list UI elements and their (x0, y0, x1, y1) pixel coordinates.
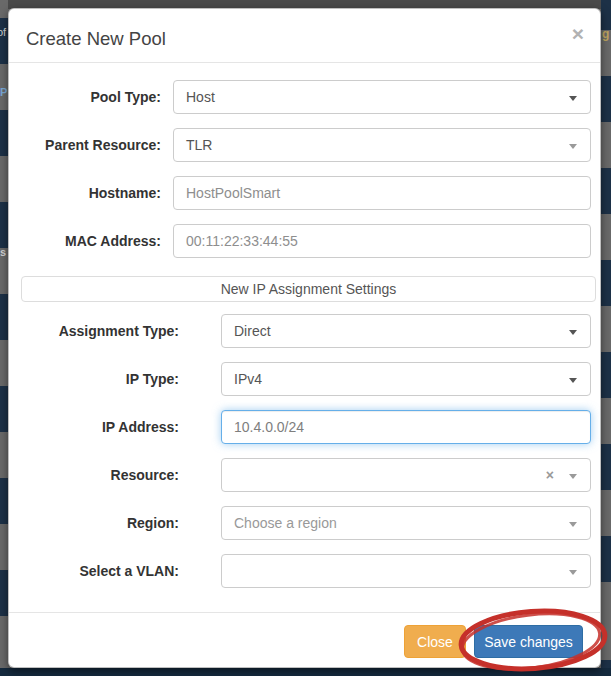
save-changes-button[interactable]: Save changes (474, 625, 583, 658)
ip-type-label: IP Type: (21, 362, 179, 396)
resource-select[interactable]: × (221, 458, 591, 492)
field-row-ip-type: IP Type: IPv4 (9, 362, 600, 396)
backdrop-right-edge: g (601, 0, 611, 676)
region-placeholder: Choose a region (234, 515, 337, 531)
region-select[interactable]: Choose a region (221, 506, 591, 540)
field-row-vlan: Select a VLAN: (9, 554, 600, 588)
field-row-mac-address: MAC Address: (9, 224, 600, 258)
chevron-down-icon (569, 330, 577, 335)
chevron-down-icon (569, 378, 577, 383)
field-row-pool-type: Pool Type: Host (9, 80, 600, 114)
chevron-down-icon (569, 144, 577, 149)
chevron-down-icon (569, 570, 577, 575)
chevron-down-icon (569, 522, 577, 527)
mac-address-input[interactable] (173, 224, 591, 258)
ip-type-select[interactable]: IPv4 (221, 362, 591, 396)
chevron-down-icon (569, 96, 577, 101)
ip-address-input[interactable] (221, 410, 591, 444)
hostname-input[interactable] (173, 176, 591, 210)
mac-address-label: MAC Address: (21, 224, 161, 258)
assignment-type-select[interactable]: Direct (221, 314, 591, 348)
modal-title: Create New Pool (26, 26, 166, 52)
backdrop-left-edge: of P s (0, 0, 8, 676)
close-button[interactable]: Close (404, 625, 466, 658)
modal-footer: Close Save changes (9, 612, 600, 669)
vlan-select[interactable] (221, 554, 591, 588)
field-row-ip-address: IP Address: (9, 410, 600, 444)
pool-type-value: Host (186, 89, 215, 105)
backdrop-text-fragment: g (602, 27, 609, 41)
assignment-type-value: Direct (234, 323, 271, 339)
ip-address-label: IP Address: (21, 410, 179, 444)
header-divider (9, 62, 600, 63)
ip-type-value: IPv4 (234, 371, 262, 387)
field-row-hostname: Hostname: (9, 176, 600, 210)
ip-assignment-section-heading: New IP Assignment Settings (21, 276, 596, 302)
vlan-label: Select a VLAN: (21, 554, 179, 588)
backdrop-bottom-bar (0, 668, 611, 676)
create-new-pool-modal: Create New Pool × Pool Type: Host Parent… (8, 8, 601, 668)
close-icon[interactable]: × (572, 23, 584, 44)
region-label: Region: (21, 506, 179, 540)
field-row-resource: Resource: × (9, 458, 600, 492)
backdrop-text-fragment: s (0, 246, 6, 258)
assignment-type-label: Assignment Type: (21, 314, 179, 348)
pool-type-select[interactable]: Host (173, 80, 591, 114)
chevron-down-icon (569, 474, 577, 479)
field-row-region: Region: Choose a region (9, 506, 600, 540)
field-row-assignment-type: Assignment Type: Direct (9, 314, 600, 348)
clear-selection-icon[interactable]: × (546, 459, 554, 491)
resource-label: Resource: (21, 458, 179, 492)
field-row-parent-resource: Parent Resource: TLR (9, 128, 600, 162)
parent-resource-label: Parent Resource: (21, 128, 161, 162)
hostname-label: Hostname: (21, 176, 161, 210)
parent-resource-select[interactable]: TLR (173, 128, 591, 162)
backdrop-text-fragment: of (0, 26, 6, 38)
backdrop-text-fragment: P (0, 86, 7, 98)
parent-resource-value: TLR (186, 137, 212, 153)
pool-type-label: Pool Type: (21, 80, 161, 114)
